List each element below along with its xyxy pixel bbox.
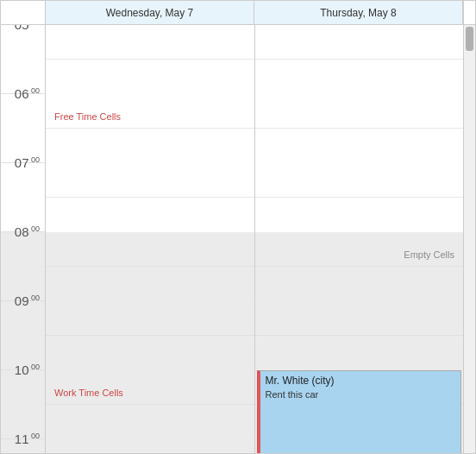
time-label-11: 11 00: [15, 432, 40, 445]
header-row: Wednesday, May 7 Thursday, May 8: [1, 1, 475, 25]
wed-cell-10[interactable]: Work Time Cells: [46, 370, 255, 439]
time-label-07: 07 00: [15, 156, 40, 169]
thu-cell-05[interactable]: [255, 25, 464, 94]
time-cell-08: 08 00: [1, 232, 46, 301]
calendar-container: Wednesday, May 7 Thursday, May 8 05 00: [0, 0, 476, 454]
wed-cell-11[interactable]: [46, 439, 255, 453]
work-time-label: Work Time Cells: [54, 388, 123, 398]
col-thu-header: Thursday, May 8: [254, 1, 463, 24]
wed-cell-06[interactable]: Free Time Cells: [46, 94, 255, 163]
row-08: 08 00 Empty Cells: [1, 232, 463, 301]
thu-cell-08[interactable]: Empty Cells: [255, 232, 464, 301]
appointment-block[interactable]: Mr. White (city) Rent this car: [257, 370, 462, 453]
time-cell-05: 05 00: [1, 25, 46, 94]
empty-cells-label: Empty Cells: [404, 249, 454, 260]
free-time-label: Free Time Cells: [54, 111, 121, 122]
row-10: 10 00 Work Time Cells: [1, 370, 463, 439]
thu-cell-06[interactable]: [255, 94, 464, 163]
scrollbar-thumb[interactable]: [466, 27, 473, 51]
col-wed-header: Wednesday, May 7: [46, 1, 254, 24]
scrollbar[interactable]: [463, 25, 475, 453]
thu-cell-07[interactable]: [255, 163, 464, 232]
appointment-title: Mr. White (city): [266, 375, 456, 387]
time-label-09: 09 00: [15, 294, 40, 307]
time-cell-07: 07 00: [1, 163, 46, 232]
wed-cell-05[interactable]: [46, 25, 255, 94]
time-label-06: 06 00: [15, 87, 40, 100]
time-gutter-header: [1, 1, 46, 24]
time-cell-09: 09 00: [1, 301, 46, 370]
wed-cell-07[interactable]: [46, 163, 255, 232]
scrollbar-header: [463, 1, 475, 24]
row-05: 05 00: [1, 25, 463, 94]
time-label-05: 05 00: [15, 25, 40, 31]
time-cell-06: 06 00: [1, 94, 46, 163]
time-cell-11: 11 00: [1, 439, 46, 453]
row-06: 06 00 Free Time Cells: [1, 94, 463, 163]
thu-cell-10[interactable]: Mr. White (city) Rent this car: [255, 370, 464, 439]
wed-cell-09[interactable]: [46, 301, 255, 370]
row-09: 09 00: [1, 301, 463, 370]
time-label-10: 10 00: [15, 363, 40, 376]
row-07: 07 00: [1, 163, 463, 232]
calendar-body[interactable]: 05 00 06 00: [1, 25, 475, 453]
wed-cell-08[interactable]: [46, 232, 255, 301]
thu-cell-09[interactable]: [255, 301, 464, 370]
time-label-08: 08 00: [15, 225, 40, 238]
appointment-body: Rent this car: [266, 389, 456, 400]
time-cell-10: 10 00: [1, 370, 46, 439]
